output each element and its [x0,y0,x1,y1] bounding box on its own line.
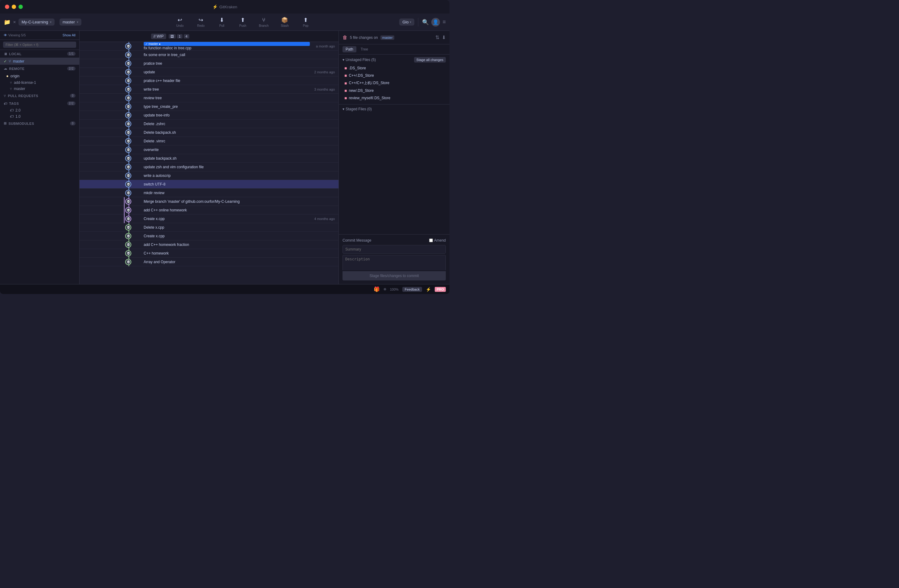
redo-button[interactable]: ↪ Redo [193,15,208,29]
commit-graph-col: 💀 [80,241,141,249]
push-button[interactable]: ⬆ Push [235,15,250,29]
rph-left: 🗑 5 file changes on master [343,35,394,40]
search-input[interactable] [3,42,76,48]
staged-files-header[interactable]: ▾ Staged Files (0) [343,107,446,111]
remote-section-header[interactable]: ☁ REMOTE 2/2 [0,65,79,73]
sidebar-item-add-license[interactable]: ⑂ add-license-1 [0,80,79,86]
close-button[interactable] [5,5,9,9]
commit-row[interactable]: 💀fix some error in tree_call [80,51,338,59]
commit-row[interactable]: 💀review tree [80,94,338,102]
local-section-header[interactable]: 🖥 LOCAL 1/1 [0,50,79,58]
commit-row[interactable]: 💀update zsh and vim configuration file [80,163,338,171]
amend-checkbox[interactable] [429,239,433,242]
commit-row[interactable]: 💀pratice c++ header file [80,76,338,85]
branch-selector[interactable]: master ▾ [60,19,81,26]
stage-commit-button[interactable]: Stage files/changes to commit [343,271,446,281]
file-name: C++/.DS_Store [349,73,374,78]
project-chevron-icon: ▾ [50,20,51,24]
commit-date: a month ago [314,45,335,48]
download-icon[interactable]: ⬇ [442,34,446,40]
pr-count-badge: 0 [70,94,76,98]
commit-row[interactable]: 💀update backpack.sh [80,154,338,163]
commit-graph-col: 💀 [80,137,141,145]
search-icon[interactable]: 🔍 [422,19,429,26]
menu-icon[interactable]: ≡ [442,19,446,25]
branch-chevron-icon: ▾ [77,20,78,24]
fullscreen-button[interactable] [19,5,23,9]
tags-header[interactable]: 🏷 TAGS 2/2 [0,100,79,107]
commit-avatar: 💀 [125,86,131,93]
commit-row[interactable]: 💀Create x.cpp [80,232,338,241]
commit-row[interactable]: 💀update tree-info [80,111,338,120]
commit-graph-col: 💀 [80,163,141,171]
file-item[interactable]: ■.DS_Store [343,65,446,72]
glo-button[interactable]: Glo ▾ [399,19,414,26]
branch-button[interactable]: ⑂ Branch [256,16,271,29]
stage-all-button[interactable]: Stage all changes [414,57,446,63]
commit-row[interactable]: 💀type tree_create_pre [80,102,338,111]
sidebar-item-remote-master[interactable]: ⑂ master [0,86,79,92]
folder-icon[interactable]: 📁 [4,19,11,26]
commit-avatar: 💀 [125,190,131,196]
commit-row[interactable]: 💀Delete backpack.sh [80,128,338,137]
commit-row[interactable]: 💀mkdir review [80,188,338,197]
sidebar-item-origin[interactable]: ● origin [0,73,79,80]
feedback-button[interactable]: Feedback [402,287,422,292]
commit-row[interactable]: 💀pratice tree [80,59,338,68]
commit-row[interactable]: 💀Delete .zshrc [80,120,338,128]
commit-graph-col: 💀 [80,68,141,76]
undo-button[interactable]: ↩ Undo [172,15,187,29]
pop-button[interactable]: ⬆ Pop [298,15,313,29]
commit-row[interactable]: 💀update2 months ago [80,68,338,76]
commit-graph-col: 💀 [80,51,141,59]
sort-icon[interactable]: ⇅ [435,34,439,40]
graph-area: // WIP 🖼 1 4 💀✓ master ●fix function mal… [80,31,338,284]
minimize-button[interactable] [12,5,16,9]
cloud-icon: ☁ [4,66,8,71]
file-type-icon: ■ [344,96,347,100]
file-item[interactable]: ■new/.DS_Store [343,87,446,94]
commit-row[interactable]: 💀C++ homework [80,249,338,258]
description-input[interactable] [343,255,446,270]
project-selector[interactable]: My-C-Learning ▾ [19,19,54,26]
pull-button[interactable]: ⬇ Pull [214,15,229,29]
commit-row[interactable]: 💀Delete .vimrc [80,137,338,145]
file-item[interactable]: ■C++/C++上机/.DS_Store [343,79,446,87]
sidebar-item-tag-1[interactable]: 🏷 1.0 [0,113,79,120]
delete-icon[interactable]: 🗑 [343,35,348,40]
traffic-lights [5,5,23,9]
avatar[interactable]: 👤 [431,18,440,26]
commit-avatar: 💀 [125,130,131,136]
commit-row[interactable]: 💀switch UTF-8 [80,180,338,188]
commit-avatar: 💀 [125,52,131,58]
tab-tree[interactable]: Tree [358,46,371,52]
summary-input[interactable] [343,245,446,254]
commit-row[interactable]: 💀add C++ homework fraction [80,241,338,249]
chevron-down-icon: ▾ [343,58,344,62]
commit-message: Array and Operator [141,260,335,264]
commit-row[interactable]: 💀✓ master ●fix function malloc in tree.c… [80,42,338,51]
tab-path[interactable]: Path [343,46,357,52]
commit-row[interactable]: 💀Array and Operator [80,258,338,266]
pull-requests-header[interactable]: ⑂ PULL REQUESTS 0 [0,92,79,100]
commit-row[interactable]: 💀write tree3 months ago [80,85,338,94]
stash-button[interactable]: 📦 Stash [277,15,292,29]
branch-name-label: master [63,20,75,24]
commit-row[interactable]: 💀write a autoscrip [80,171,338,180]
commit-row[interactable]: 💀Merge branch 'master' of github.com:our… [80,197,338,206]
submodules-header[interactable]: ⊞ SUBMODULES 0 [0,120,79,127]
file-item[interactable]: ■review_myself/.DS_Store [343,94,446,102]
commit-row[interactable]: 💀add C++ online homework [80,206,338,215]
commit-avatar: 💀 [125,250,131,256]
close-tab[interactable]: ✕ [13,20,16,24]
commit-row[interactable]: 💀overwrite [80,145,338,154]
commit-row[interactable]: 💀Delete x.cpp [80,223,338,232]
file-item[interactable]: ■C++/.DS_Store [343,72,446,79]
emoji-icon[interactable]: 🎁 [374,286,380,292]
sidebar-item-master[interactable]: ✓ ⑂ master [0,58,79,65]
commit-row[interactable]: 💀Create x.cpp4 months ago [80,215,338,223]
sidebar-item-tag-2[interactable]: 🏷 2.0 [0,107,79,113]
zoom-level: ⊕ [383,287,386,291]
show-all-button[interactable]: Show All [63,33,76,37]
unstaged-title[interactable]: ▾ Unstaged Files (5) [343,58,376,62]
